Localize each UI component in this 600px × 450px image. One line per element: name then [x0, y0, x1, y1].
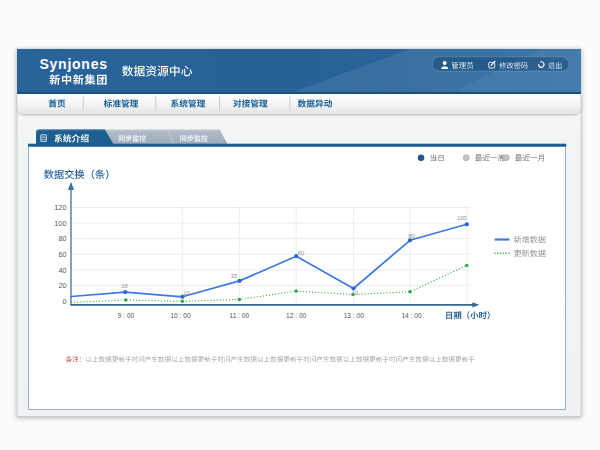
svg-text:40: 40 — [58, 266, 66, 275]
svg-text:14 : 00: 14 : 00 — [401, 312, 421, 319]
svg-text:18: 18 — [121, 283, 127, 289]
svg-text:12 : 00: 12 : 00 — [286, 312, 306, 319]
svg-text:120: 120 — [54, 203, 66, 212]
svg-text:11 : 00: 11 : 00 — [229, 312, 249, 319]
svg-text:35: 35 — [231, 273, 237, 279]
svg-text:100: 100 — [457, 215, 467, 221]
svg-text:20: 20 — [58, 281, 66, 290]
svg-text:80: 80 — [408, 233, 414, 239]
svg-text:10: 10 — [183, 290, 189, 296]
svg-text:13 : 00: 13 : 00 — [344, 312, 364, 319]
svg-text:9 : 00: 9 : 00 — [118, 312, 135, 319]
svg-text:10 : 00: 10 : 00 — [170, 312, 190, 319]
svg-text:60: 60 — [298, 250, 304, 256]
svg-text:0: 0 — [62, 297, 66, 306]
svg-text:100: 100 — [54, 219, 66, 228]
svg-text:60: 60 — [58, 250, 66, 259]
svg-text:Synjones: Synjones — [40, 56, 108, 72]
svg-text:80: 80 — [58, 234, 66, 243]
svg-text:10: 10 — [352, 290, 358, 296]
